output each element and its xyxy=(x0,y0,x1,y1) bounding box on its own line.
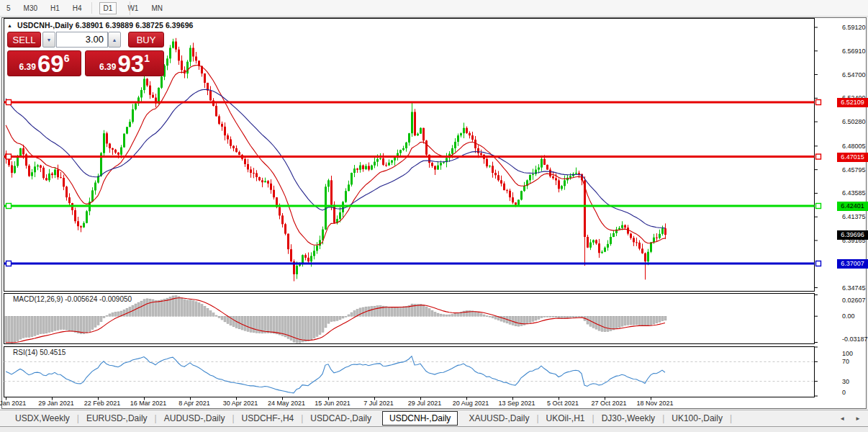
level-anchor-left[interactable] xyxy=(6,99,12,104)
sell-price-button[interactable]: 6.39 69 6 xyxy=(7,50,81,76)
macd-bar xyxy=(397,307,399,316)
timeframe-button-d1[interactable]: D1 xyxy=(99,2,117,14)
candle-body xyxy=(454,142,456,148)
level-anchor-right[interactable] xyxy=(816,154,821,159)
toolbar-separator xyxy=(91,2,92,14)
candle-body xyxy=(264,181,266,182)
y-axis-tick-label: 6.54700 xyxy=(842,71,868,78)
sell-button[interactable]: SELL xyxy=(7,32,41,48)
macd-bar xyxy=(612,316,615,330)
macd-bar xyxy=(621,316,623,326)
candle-body xyxy=(68,197,71,203)
x-axis-date-label: 18 Nov 2021 xyxy=(632,400,678,407)
candle-body xyxy=(247,164,249,169)
candle-body xyxy=(22,148,24,155)
candle-body xyxy=(515,202,517,204)
tab-separator: | xyxy=(301,413,303,423)
level-anchor-right[interactable] xyxy=(816,99,821,104)
y-axis-tick-label: 6.41375 xyxy=(842,213,868,220)
level-anchor-left[interactable] xyxy=(6,261,12,266)
candle-body xyxy=(166,58,168,66)
timeframe-button-5[interactable]: 5 xyxy=(6,4,11,12)
chart-tab-audusd-daily[interactable]: AUDUSD-,Daily xyxy=(164,413,225,423)
macd-bar xyxy=(106,315,108,316)
macd-bar xyxy=(114,312,117,316)
macd-bar xyxy=(431,310,433,316)
chart-tab-usdcnh-daily[interactable]: USDCNH-,Daily xyxy=(382,411,458,426)
candle-body xyxy=(123,134,125,148)
candle-body xyxy=(14,166,16,173)
timeframe-button-h4[interactable]: H4 xyxy=(73,4,82,12)
candle-body xyxy=(589,243,592,248)
buy-price-button[interactable]: 6.39 93 1 xyxy=(85,50,164,76)
ohlc-open: 6.38901 xyxy=(76,21,104,30)
candle-body xyxy=(143,78,145,90)
candle-body xyxy=(37,166,39,167)
chart-tab-usdchf-h4[interactable]: USDCHF-,H4 xyxy=(242,413,294,423)
macd-bar xyxy=(60,316,62,329)
candle-body xyxy=(627,228,629,233)
timeframe-button-h1[interactable]: H1 xyxy=(50,4,60,12)
candle-body xyxy=(595,240,597,243)
chart-tab-usdcad-daily[interactable]: USDCAD-,Daily xyxy=(310,413,371,423)
macd-bar xyxy=(368,307,370,316)
candle-body xyxy=(54,170,56,176)
level-anchor-left[interactable] xyxy=(6,154,12,159)
candle-body xyxy=(371,166,373,170)
candle-body xyxy=(469,133,471,135)
macd-bar xyxy=(653,316,655,324)
rsi-axis-label: 30 xyxy=(842,378,868,385)
macd-bar xyxy=(221,316,223,320)
candle-body xyxy=(86,211,88,222)
macd-bar xyxy=(627,316,629,325)
volume-increase-button[interactable]: ▲ xyxy=(108,32,121,48)
macd-bar xyxy=(112,312,114,316)
collapse-triangle-icon[interactable]: ▲ xyxy=(7,23,12,28)
candle-body xyxy=(60,177,62,178)
candle-body xyxy=(319,240,321,246)
macd-bar xyxy=(94,316,96,327)
candle-body xyxy=(509,191,511,197)
chart-tab-dj30-weekly[interactable]: DJ30-,Weekly xyxy=(602,413,655,423)
level-anchor-right[interactable] xyxy=(816,261,821,266)
chart-tab-uk100-daily[interactable]: UK100-,Daily xyxy=(672,413,723,423)
candle-body xyxy=(382,158,384,165)
candle-body xyxy=(624,225,626,228)
candle-body xyxy=(290,249,292,261)
chart-tab-ukoil-h1[interactable]: UKOil-,H1 xyxy=(546,413,585,423)
macd-bar xyxy=(80,316,82,334)
candle-body xyxy=(117,153,119,155)
candle-body xyxy=(656,238,658,238)
candle-body xyxy=(578,173,580,174)
volume-input[interactable]: 3.00 xyxy=(56,32,108,48)
candle-body xyxy=(650,242,652,251)
tab-scroll-right-icon[interactable]: ► xyxy=(855,415,861,422)
macd-bar xyxy=(362,307,364,316)
chart-tab-usdx-weekly[interactable]: USDX,Weekly xyxy=(15,413,70,423)
candle-body xyxy=(543,159,546,165)
macd-bar xyxy=(63,316,65,329)
candle-body xyxy=(195,56,197,60)
candle-body xyxy=(365,166,367,169)
level-anchor-right[interactable] xyxy=(816,203,821,208)
macd-bar xyxy=(97,316,99,325)
macd-bar xyxy=(178,297,180,316)
macd-bar xyxy=(207,308,209,316)
volume-decrease-button[interactable]: ▼ xyxy=(42,32,55,48)
candle-body xyxy=(270,184,272,190)
candle-body xyxy=(28,166,30,176)
level-anchor-left[interactable] xyxy=(6,203,12,208)
candle-body xyxy=(541,159,543,168)
timeframe-button-mn[interactable]: MN xyxy=(151,4,163,12)
timeframe-button-m30[interactable]: M30 xyxy=(24,4,37,12)
macd-bar xyxy=(89,316,91,331)
macd-label: MACD(12,26,9) -0.005624 -0.009050 xyxy=(13,295,132,303)
tab-separator: | xyxy=(592,413,595,423)
macd-bar xyxy=(656,316,658,323)
chart-tab-eurusd-daily[interactable]: EURUSD-,Daily xyxy=(86,413,148,423)
buy-button[interactable]: BUY xyxy=(128,32,164,48)
chart-tab-xauusd-daily[interactable]: XAUUSD-,Daily xyxy=(469,413,529,423)
candle-body xyxy=(604,248,606,252)
tab-scroll-left-icon[interactable]: ◄ xyxy=(839,415,845,422)
candle-body xyxy=(34,166,36,172)
